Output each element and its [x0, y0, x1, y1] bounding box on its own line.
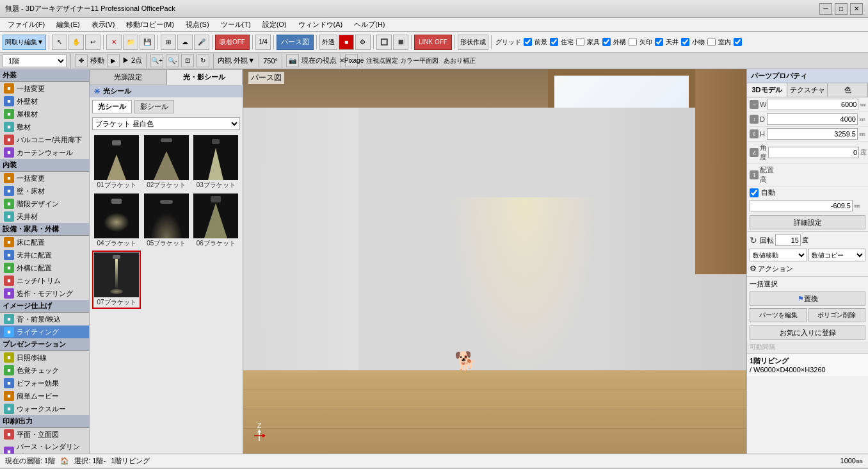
- sidebar-item-exterior-wall[interactable]: ■ 外壁材: [0, 95, 89, 108]
- sidebar-item-rendering[interactable]: ■ パース・レンダリング: [0, 441, 89, 454]
- settings-btn[interactable]: ⚙: [355, 35, 371, 50]
- delete-button[interactable]: ✕: [106, 35, 122, 50]
- detail-settings-button[interactable]: 詳細設定: [750, 215, 865, 229]
- tab-color[interactable]: 色: [828, 83, 868, 97]
- move-select[interactable]: 数値移動: [750, 249, 807, 261]
- shape-create-button[interactable]: 形状作成: [458, 35, 488, 50]
- two-point-button[interactable]: ▶: [107, 54, 120, 67]
- zoom-fit-btn[interactable]: ⊡: [181, 54, 194, 67]
- angle-input[interactable]: [768, 147, 859, 158]
- sidebar-item-exterior-place[interactable]: ■ 外構に配置: [0, 261, 89, 274]
- sidebar-item-stair[interactable]: ■ 階段デザイン: [0, 197, 89, 210]
- adsorb-off-button[interactable]: 吸着 OFF: [215, 35, 250, 50]
- furniture-checkbox[interactable]: [602, 38, 611, 46]
- sidebar-item-floor-place[interactable]: ■ 床に配置: [0, 236, 89, 249]
- rotate-btn[interactable]: ↻: [197, 54, 209, 67]
- small-checkbox[interactable]: [707, 38, 716, 46]
- housing-checkbox[interactable]: [576, 38, 584, 46]
- move-tool-button[interactable]: ✥: [75, 54, 88, 67]
- camera-btn[interactable]: 📷: [286, 54, 299, 67]
- main-3d-view[interactable]: 🐕 パース図 Z: [243, 69, 746, 454]
- replace-button[interactable]: ⚑ 置換: [750, 292, 865, 306]
- sidebar-item-ceiling-place[interactable]: ■ 天井に配置: [0, 249, 89, 261]
- favorite-button[interactable]: お気に入りに登録: [750, 325, 865, 340]
- sub-tab-light[interactable]: 光シール: [92, 100, 132, 113]
- upload-button[interactable]: ☁: [177, 35, 193, 50]
- hand-tool[interactable]: ✋: [68, 35, 84, 50]
- tab-light-shadow[interactable]: 光・影シール: [166, 69, 243, 85]
- bracket-item-03[interactable]: 03ブラケット: [192, 134, 241, 191]
- tab-light-source[interactable]: 光源設定: [90, 69, 166, 85]
- sidebar-item-color-check[interactable]: ■ 色覚チェック: [0, 364, 89, 377]
- grid-checkbox[interactable]: [524, 38, 532, 46]
- fraction-button[interactable]: 1/4: [255, 35, 271, 50]
- interior-checkbox[interactable]: [734, 38, 742, 46]
- bracket-item-05[interactable]: 05ブラケット: [142, 192, 191, 249]
- sidebar-item-niche[interactable]: ■ ニッチ/トリム: [0, 274, 89, 287]
- menu-window[interactable]: ウィンドウ(A): [293, 19, 348, 31]
- undo-button[interactable]: ↩: [85, 35, 100, 50]
- tab-texture[interactable]: テクスチャ: [787, 83, 828, 97]
- ceiling-checkbox[interactable]: [681, 38, 689, 46]
- pointer-tool[interactable]: ↖: [52, 35, 67, 50]
- bracket-item-02[interactable]: 02ブラケット: [142, 134, 191, 191]
- save-button[interactable]: 💾: [140, 35, 155, 50]
- foreground-checkbox[interactable]: [550, 38, 558, 46]
- menu-help[interactable]: ヘルプ(H): [349, 19, 390, 31]
- menu-view[interactable]: 表示(V): [86, 19, 120, 31]
- zoom-out-btn[interactable]: 🔳: [393, 35, 408, 50]
- menu-settings[interactable]: 設定(O): [257, 19, 292, 31]
- sidebar-item-before-effect[interactable]: ■ ビフォー効果: [0, 377, 89, 390]
- sidebar-item-lighting[interactable]: ■ ライティング: [0, 325, 89, 338]
- sidebar-item-background[interactable]: ■ 背・前景/映込: [0, 313, 89, 325]
- menu-edit[interactable]: 編集(E): [51, 19, 85, 31]
- menu-viewpoint[interactable]: 視点(S): [181, 19, 214, 31]
- grid-button[interactable]: ⊞: [161, 35, 176, 50]
- rotation-input[interactable]: [775, 234, 801, 246]
- exterior-checkbox[interactable]: [629, 38, 637, 46]
- sidebar-item-modeling[interactable]: ■ 造作・モデリング: [0, 287, 89, 300]
- link-off-button[interactable]: LINK OFF: [414, 35, 452, 50]
- room-edit-button[interactable]: 間取り編集▼: [3, 35, 46, 50]
- transparency-button[interactable]: 外透: [319, 35, 337, 50]
- bracket-item-04[interactable]: 04ブラケット: [92, 192, 141, 249]
- auto-checkbox[interactable]: [750, 188, 759, 197]
- edit-parts-button[interactable]: パーツを編集: [750, 308, 807, 322]
- sidebar-item-curtainwall[interactable]: ■ カーテンウォール: [0, 146, 89, 159]
- sidebar-item-sunlight[interactable]: ■ 日照/斜線: [0, 351, 89, 364]
- perspective-button[interactable]: パース図: [277, 35, 314, 50]
- polygon-button[interactable]: ポリゴン削除: [808, 308, 866, 322]
- mic-button[interactable]: 🎤: [194, 35, 209, 50]
- minimize-button[interactable]: ─: [819, 3, 832, 15]
- pixage-btn[interactable]: ✕Pixage: [345, 54, 358, 67]
- maximize-button[interactable]: □: [835, 3, 848, 15]
- bracket-select[interactable]: ブラケット 昼白色: [92, 117, 240, 130]
- sub-tab-shadow[interactable]: 影シール: [134, 100, 174, 113]
- sidebar-item-walkthrough[interactable]: ■ ウォークスルー: [0, 402, 89, 415]
- h-input[interactable]: [767, 128, 858, 140]
- color-button[interactable]: ■: [339, 35, 354, 50]
- open-button[interactable]: 📁: [123, 35, 138, 50]
- w-input[interactable]: [768, 99, 858, 110]
- sidebar-item-movie[interactable]: ■ 簡単ムービー: [0, 390, 89, 402]
- bracket-item-06[interactable]: 06ブラケット: [192, 192, 241, 249]
- zoom-in-btn[interactable]: 🔲: [376, 35, 392, 50]
- menu-move-copy[interactable]: 移動/コピー(M): [121, 19, 179, 31]
- menu-tools[interactable]: ツール(T): [216, 19, 256, 31]
- sidebar-item-balcony[interactable]: ■ バルコニー/共用廊下: [0, 133, 89, 146]
- sidebar-item-floor-plan[interactable]: ■ 平面・立面図: [0, 428, 89, 441]
- sidebar-item-ceiling[interactable]: ■ 天井材: [0, 210, 89, 223]
- d-input[interactable]: [767, 113, 858, 125]
- sidebar-item-wall-floor[interactable]: ■ 壁・床材: [0, 185, 89, 197]
- tab-3d-model[interactable]: 3Dモデル: [747, 83, 787, 97]
- placement-input[interactable]: [750, 200, 853, 211]
- zoom-plus-btn[interactable]: 🔍+: [150, 54, 163, 67]
- bracket-item-07[interactable]: 07ブラケット: [92, 251, 141, 309]
- bracket-item-01[interactable]: 01ブラケット: [92, 134, 141, 191]
- sidebar-item-exterior-batch[interactable]: ■ 一括変更: [0, 82, 89, 95]
- arrow-checkbox[interactable]: [655, 38, 663, 46]
- sidebar-item-interior-batch[interactable]: ■ 一括変更: [0, 172, 89, 185]
- sidebar-item-roof[interactable]: ■ 屋根材: [0, 108, 89, 120]
- floor-select[interactable]: 1階: [3, 54, 67, 67]
- sidebar-item-paving[interactable]: ■ 敷材: [0, 120, 89, 133]
